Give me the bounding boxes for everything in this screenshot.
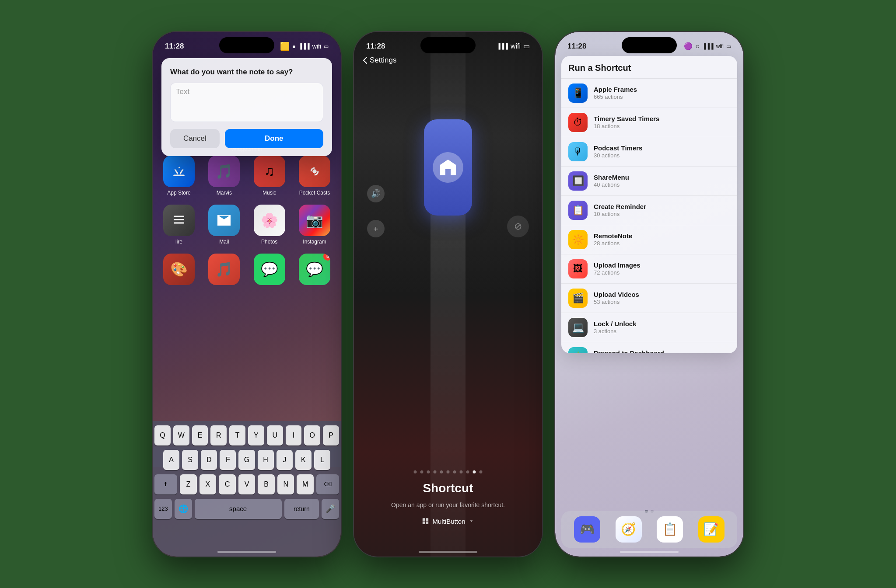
key-k[interactable]: K	[295, 450, 312, 470]
app-item-mixed[interactable]: 🎨	[161, 254, 196, 288]
shortcut-upload-videos[interactable]: 🎬 Upload Videos 53 actions	[561, 284, 737, 313]
home-indicator-2	[419, 551, 477, 553]
key-e[interactable]: E	[192, 425, 208, 445]
key-x[interactable]: X	[200, 474, 217, 494]
key-r[interactable]: R	[210, 425, 227, 445]
lock-unlock-name: Lock / Unlock	[594, 320, 730, 327]
key-h[interactable]: H	[258, 450, 274, 470]
key-u[interactable]: U	[267, 425, 283, 445]
key-b[interactable]: B	[258, 474, 275, 494]
app-item-music2[interactable]: 🎵	[206, 254, 242, 288]
dock-notes[interactable]: 📝	[698, 516, 724, 543]
wifi-2: wifi	[511, 42, 521, 50]
shortcut-lock-unlock[interactable]: 💻 Lock / Unlock 3 actions	[561, 313, 737, 342]
dot-2	[420, 470, 424, 473]
key-v[interactable]: V	[238, 474, 256, 494]
key-t[interactable]: T	[229, 425, 245, 445]
key-a[interactable]: A	[163, 450, 179, 470]
prepend-dashboard-name: Prepend to Dashboard	[594, 349, 730, 353]
app-grid: Widgetsmith App Store 🎵 Marvis ♫	[153, 146, 341, 296]
remotenote-name: RemoteNote	[594, 232, 730, 240]
dialog-box: What do you want the note to say? Text C…	[161, 58, 332, 156]
svg-rect-7	[426, 518, 428, 521]
upload-images-info: Upload Images 72 actions	[594, 261, 730, 276]
shortcut-upload-images[interactable]: 🖼 Upload Images 72 actions	[561, 254, 737, 284]
shortcut-remotenote[interactable]: 🔆 RemoteNote 28 actions	[561, 225, 737, 254]
cancel-button[interactable]: Cancel	[170, 129, 220, 148]
key-mic[interactable]: 🎤	[322, 499, 339, 519]
instagram-label: Instagram	[303, 239, 326, 245]
key-g[interactable]: G	[238, 450, 255, 470]
svg-rect-1	[174, 216, 184, 217]
key-z[interactable]: Z	[180, 474, 197, 494]
key-f[interactable]: F	[220, 450, 236, 470]
pocketcasts-label: Pocket Casts	[299, 190, 330, 196]
dock-safari[interactable]: 🧭	[616, 516, 642, 543]
app-item-pocketcasts[interactable]: Pocket Casts	[297, 156, 332, 196]
app-item-messages[interactable]: 💬 8	[297, 254, 332, 288]
shortcut-widget[interactable]	[424, 119, 472, 216]
messages-badge: 8	[323, 254, 330, 261]
shortcut-sharemenu[interactable]: 🔲 ShareMenu 40 actions	[561, 167, 737, 196]
app-item-photos[interactable]: 🌸 Photos	[252, 205, 287, 245]
key-i[interactable]: I	[286, 425, 302, 445]
key-delete[interactable]: ⌫	[316, 474, 339, 494]
multibutton[interactable]: MultiButton	[422, 518, 474, 525]
app-item-appstore[interactable]: App Store	[161, 156, 196, 196]
app-item-music[interactable]: ♫ Music	[252, 156, 287, 196]
key-emoji[interactable]: 🌐	[175, 499, 192, 519]
sharemenu-icon: 🔲	[568, 171, 588, 191]
sharemenu-info: ShareMenu 40 actions	[594, 174, 730, 188]
remotenote-actions: 28 actions	[594, 240, 730, 247]
key-return[interactable]: return	[284, 499, 319, 519]
mail-icon	[208, 205, 240, 236]
key-o[interactable]: O	[304, 425, 320, 445]
upload-images-icon: 🖼	[568, 259, 588, 278]
settings-back-button[interactable]: Settings	[363, 56, 396, 65]
keyboard-row-1: Q W E R T Y U I O P	[154, 425, 339, 445]
key-space[interactable]: space	[195, 499, 282, 519]
plus-icon[interactable]: ＋	[367, 220, 385, 237]
dock-discord[interactable]: 🎮	[574, 516, 600, 543]
dot-5	[440, 470, 443, 473]
key-w[interactable]: W	[173, 425, 189, 445]
key-123[interactable]: 123	[154, 499, 172, 519]
key-shift[interactable]: ⬆	[154, 474, 177, 494]
podcast-timers-icon: 🎙	[568, 142, 588, 161]
shortcut-timery[interactable]: ⏱ Timery Saved Timers 18 actions	[561, 108, 737, 137]
key-d[interactable]: D	[201, 450, 217, 470]
dialog-text-input[interactable]: Text	[170, 83, 323, 122]
phone-3-screen: 11:28 🟣 ○ ▐▐▐ wifi ▭ Run a Shortcut 📱 Ap	[555, 32, 743, 557]
shortcut-prepend-dashboard[interactable]: ✳️ Prepend to Dashboard 41 actions	[561, 342, 737, 353]
key-n[interactable]: N	[277, 474, 294, 494]
app-row-3: 🎨 🎵 💬 💬 8	[161, 254, 332, 288]
key-c[interactable]: C	[219, 474, 236, 494]
sharemenu-actions: 40 actions	[594, 181, 730, 188]
app-item-instagram[interactable]: 📷 Instagram	[297, 205, 332, 245]
app-item-mail[interactable]: Mail	[206, 205, 242, 245]
speech-icon[interactable]: 🔊	[367, 185, 385, 202]
key-y[interactable]: Y	[248, 425, 264, 445]
shortcut-apple-frames[interactable]: 📱 Apple Frames 665 actions	[561, 79, 737, 108]
photos-label: Photos	[261, 239, 277, 245]
timery-info: Timery Saved Timers 18 actions	[594, 115, 730, 129]
shortcut-icon	[433, 152, 463, 183]
app-icon-3: 🟣	[684, 42, 693, 50]
key-j[interactable]: J	[276, 450, 293, 470]
key-m[interactable]: M	[297, 474, 314, 494]
key-l[interactable]: L	[314, 450, 330, 470]
app-item-whatsapp[interactable]: 💬	[252, 254, 287, 288]
phone-1: 11:28 🟨 ● ▐▐▐ wifi ▭ What do you want th…	[153, 32, 341, 557]
done-button[interactable]: Done	[225, 129, 323, 148]
key-q[interactable]: Q	[154, 425, 171, 445]
key-s[interactable]: S	[182, 450, 198, 470]
key-p[interactable]: P	[323, 425, 339, 445]
app-item-lire[interactable]: lire	[161, 205, 196, 245]
app-item-marvis[interactable]: 🎵 Marvis	[206, 156, 242, 196]
dock-reminders[interactable]: 📋	[657, 516, 683, 543]
run-shortcut-panel: Run a Shortcut 📱 Apple Frames 665 action…	[561, 56, 737, 353]
mail-label: Mail	[219, 239, 229, 245]
dot-11	[480, 470, 483, 473]
shortcut-create-reminder[interactable]: 📋 Create Reminder 10 actions	[561, 196, 737, 225]
shortcut-podcast-timers[interactable]: 🎙 Podcast Timers 30 actions	[561, 137, 737, 167]
